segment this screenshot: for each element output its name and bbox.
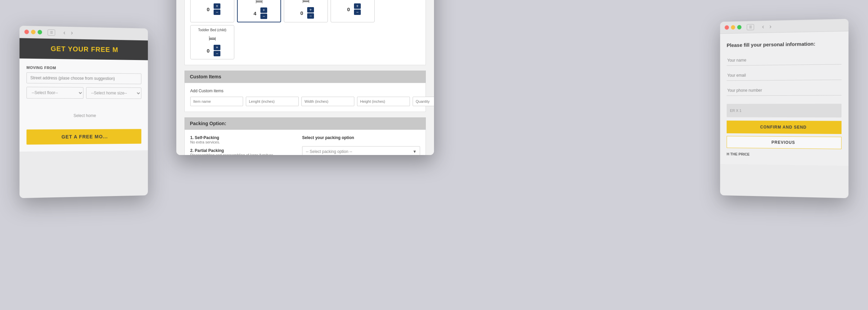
minimize-btn-left[interactable] <box>31 30 35 34</box>
price-note: H THE PRICE <box>727 152 842 157</box>
bed-item-king: King Bed (w/mattress) 🛏 0 + − <box>190 0 234 22</box>
confirm-send-btn[interactable]: CONFIRM AND SEND <box>727 120 842 134</box>
bed-item-twin: Twin Bed (single) 🛏 0 + − <box>331 0 375 22</box>
traffic-lights-left <box>24 30 42 34</box>
your-email-input[interactable] <box>727 69 842 81</box>
packing-section-header: Packing Option: <box>184 117 426 130</box>
queen-bed-counter: 4 + − <box>241 7 277 19</box>
toddler-bed-icon: 🛏 <box>194 34 231 43</box>
king-bed-increment[interactable]: + <box>214 3 220 9</box>
queen-bed-increment[interactable]: + <box>260 7 267 13</box>
right-window-content: Please fill your personal information: E… <box>720 31 849 166</box>
full-bed-counter: 0 + − <box>288 7 324 19</box>
king-bed-count: 0 <box>204 6 212 12</box>
twin-bed-btns: + − <box>354 3 361 15</box>
toddler-bed-decrement[interactable]: − <box>214 51 220 56</box>
get-free-move-btn[interactable]: GET A FREE MO... <box>26 129 141 144</box>
full-bed-icon: 🛏 <box>288 0 324 5</box>
forward-btn-left[interactable]: › <box>70 29 74 36</box>
full-bed-increment[interactable]: + <box>307 7 314 13</box>
back-right-window: ☰ ‹ › Please fill your personal informat… <box>720 19 849 198</box>
separator-block: ER X 1 <box>727 104 842 118</box>
full-bed-decrement[interactable]: − <box>307 13 314 19</box>
select-home-area: Select home <box>26 102 141 130</box>
floor-select[interactable]: --Select floor-- <box>26 87 83 99</box>
twin-bed-increment[interactable]: + <box>354 3 361 9</box>
king-bed-btns: + − <box>214 3 220 15</box>
your-name-input[interactable] <box>727 54 842 66</box>
main-window-content: Bedroom Bed King Bed (w/mattress) 🛏 0 + … <box>176 0 434 155</box>
full-bed-btns: + − <box>307 7 314 19</box>
toddler-bed-counter: 0 + − <box>194 45 231 56</box>
bed-items-row: King Bed (w/mattress) 🛏 0 + − Queen Bed <box>190 0 420 59</box>
queen-bed-decrement[interactable]: − <box>260 14 267 19</box>
packing-option-self: 1. Self-Packing No extra services. <box>190 135 289 144</box>
left-window-content: GET YOUR FREE M MOVING FROM --Select flo… <box>20 38 148 152</box>
back-btn-left[interactable]: ‹ <box>62 29 67 36</box>
packing-option-partial: 2. Partial Packing Disassembling and rea… <box>190 148 289 155</box>
maximize-btn-right[interactable] <box>737 25 742 30</box>
self-packing-desc: No extra services. <box>190 140 289 144</box>
toddler-bed-count: 0 <box>204 48 212 54</box>
self-packing-label: Self-Packing <box>195 135 219 140</box>
nav-right: ‹ › <box>761 23 773 31</box>
packing-section-body: 1. Self-Packing No extra services. 2. Pa… <box>184 130 426 155</box>
select-home-label: Select home <box>74 113 96 118</box>
separator-text: ER X 1 <box>730 109 742 113</box>
item-name-input[interactable] <box>190 97 243 106</box>
length-input[interactable] <box>246 97 299 106</box>
hero-banner: GET YOUR FREE M <box>20 38 148 60</box>
sidebar-toggle-left[interactable]: ☰ <box>47 29 55 36</box>
queen-bed-btns: + − <box>260 7 267 19</box>
home-size-select[interactable]: --Select home size-- <box>86 87 141 99</box>
back-btn-right[interactable]: ‹ <box>761 23 766 30</box>
toddler-bed-name: Toddler Bed (child) <box>194 28 231 32</box>
packing-dropdown[interactable]: -- Select packing option -- Self-Packing… <box>302 146 420 155</box>
close-btn-left[interactable] <box>24 30 29 34</box>
minimize-btn-right[interactable] <box>731 25 735 30</box>
queen-bed-icon: 🛏 <box>241 0 277 5</box>
form-section: MOVING FROM --Select floor-- --Select ho… <box>20 58 148 152</box>
bed-item-full: Full Bed (double) (w/mattress) 🛏 0 + − <box>284 0 328 22</box>
previous-btn-right[interactable]: PREVIOUS <box>727 136 842 149</box>
partial-packing-title: 2. Partial Packing <box>190 148 289 153</box>
main-window: ☰ ‹ › Bedroom Bed King Bed (w/mattress) … <box>176 0 434 155</box>
partial-packing-num: 2. <box>190 148 195 153</box>
king-bed-icon: 🛏 <box>194 0 231 1</box>
packing-grid: 1. Self-Packing No extra services. 2. Pa… <box>190 135 420 155</box>
main-content-area: Bedroom Bed King Bed (w/mattress) 🛏 0 + … <box>176 0 434 155</box>
custom-items-section-body: Add Custom items ADD ITEM <box>184 83 426 112</box>
sidebar-toggle-right[interactable]: ☰ <box>747 24 754 30</box>
self-packing-num: 1. <box>190 135 195 140</box>
twin-bed-decrement[interactable]: − <box>354 9 361 15</box>
twin-bed-icon: 🛏 <box>334 0 371 1</box>
partial-packing-desc: Disassembling and reassembling of large … <box>190 153 289 155</box>
your-phone-input[interactable] <box>727 85 842 96</box>
maximize-btn-left[interactable] <box>38 30 42 34</box>
packing-select-label: Select your packing option <box>302 135 420 140</box>
height-input[interactable] <box>357 97 410 106</box>
toddler-bed-btns: + − <box>214 45 220 56</box>
packing-select-area: Select your packing option -- Select pac… <box>302 135 420 155</box>
king-bed-counter: 0 + − <box>194 3 231 15</box>
close-btn-right[interactable] <box>725 25 729 30</box>
packing-dropdown-wrapper: -- Select packing option -- Self-Packing… <box>302 146 420 155</box>
king-bed-decrement[interactable]: − <box>214 9 220 15</box>
bedroom-section-body: Bed King Bed (w/mattress) 🛏 0 + − <box>184 0 426 65</box>
nav-left: ‹ › <box>62 29 74 37</box>
toddler-bed-increment[interactable]: + <box>214 45 220 50</box>
traffic-lights-right <box>725 25 741 30</box>
floor-home-row: --Select floor-- --Select home size-- <box>26 87 141 99</box>
quantity-input[interactable] <box>413 97 434 106</box>
custom-items-section-header: Custom Items <box>184 71 426 83</box>
twin-bed-counter: 0 + − <box>334 3 371 15</box>
width-input[interactable] <box>301 97 354 106</box>
address-input[interactable] <box>26 72 141 84</box>
self-packing-title: 1. Self-Packing <box>190 135 289 140</box>
packing-options-list: 1. Self-Packing No extra services. 2. Pa… <box>190 135 289 155</box>
moving-from-label: MOVING FROM <box>26 65 141 71</box>
queen-bed-count: 4 <box>251 11 259 16</box>
partial-packing-label: Partial Packing <box>195 148 224 153</box>
back-left-window: ☰ ‹ › GET YOUR FREE M MOVING FROM --Sele… <box>20 26 148 198</box>
forward-btn-right[interactable]: › <box>768 23 773 30</box>
